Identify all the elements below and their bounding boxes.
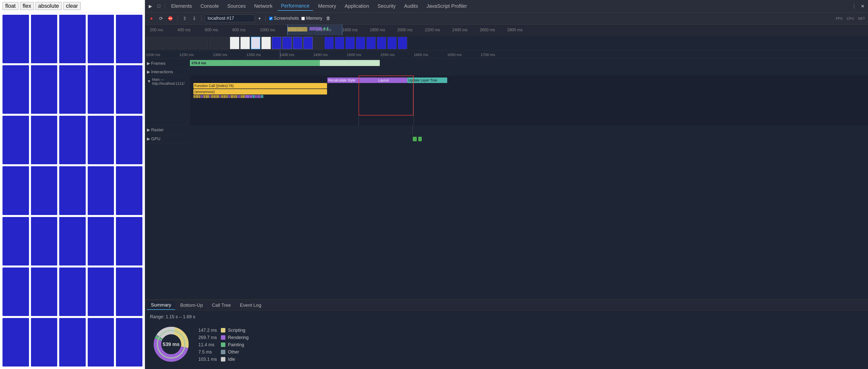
tick-800: 800 ms <box>232 28 245 32</box>
filmstrip-frame <box>335 37 344 49</box>
main-content: Function Call ((index):76) (anonymous) R… <box>190 76 868 125</box>
close-icon[interactable]: ✕ <box>859 3 866 10</box>
scripting-label: Scripting <box>228 328 245 333</box>
gpu-rect-1 <box>413 137 417 141</box>
screenshots-checkbox[interactable]: Screenshots <box>269 16 299 21</box>
list-item <box>88 217 114 265</box>
net-label: NET <box>858 17 865 21</box>
tick-200: 200 ms <box>150 28 163 32</box>
filmstrip-frame <box>345 37 355 49</box>
upload-icon[interactable]: ⇧ <box>181 15 188 22</box>
interactions-label-text: Interactions <box>151 69 173 75</box>
memory-checkbox[interactable]: Memory <box>301 16 322 21</box>
tab-summary[interactable]: Summary <box>147 301 175 310</box>
flex-button[interactable]: flex <box>20 2 34 10</box>
tick-1800: 1800 ms <box>370 28 385 32</box>
layout-bar: Layout <box>377 78 407 83</box>
idle-dot <box>221 357 225 362</box>
list-item <box>116 65 143 114</box>
expand-icon-gpu[interactable]: ▶ <box>147 136 150 142</box>
recalculate-style-bar: Recalculate Style <box>327 78 377 83</box>
download-icon[interactable]: ⇩ <box>191 15 198 22</box>
tab-performance[interactable]: Performance <box>278 1 313 11</box>
expand-icon-main[interactable]: ▼ <box>147 79 151 84</box>
inspect-icon[interactable]: □ <box>155 3 162 10</box>
filmstrip-frame-white <box>240 37 250 49</box>
tab-call-tree[interactable]: Call Tree <box>208 301 235 310</box>
selection-highlight <box>287 25 342 35</box>
main-label[interactable]: ▼ Main — http://localhost:1111/ <box>145 76 190 85</box>
zoom-ruler: 1200 ms 1250 ms 1300 ms 1350 ms 1400 ms … <box>145 51 868 58</box>
scripting-value: 147.2 ms <box>198 328 218 333</box>
list-item <box>2 116 29 164</box>
zoom-cursor <box>280 51 280 58</box>
gpu-track: ▶ GPU <box>145 135 868 143</box>
url-input[interactable] <box>205 15 255 22</box>
filmstrip-frame <box>356 37 365 49</box>
scripting-dot <box>221 328 225 333</box>
frames-label[interactable]: ▶ Frames <box>145 61 190 66</box>
grid-area <box>0 12 145 369</box>
filmstrip-frame <box>314 37 323 49</box>
tab-audits[interactable]: Audits <box>401 2 422 10</box>
tick-1600: 1600 ms <box>342 28 358 32</box>
list-item <box>31 116 58 164</box>
cpu-label: CPU <box>846 17 854 21</box>
tab-security[interactable]: Security <box>374 2 399 10</box>
expand-icon[interactable]: ▶ <box>147 61 150 66</box>
reload-icon[interactable]: ⟳ <box>157 15 164 22</box>
list-item <box>31 15 58 63</box>
more-icon[interactable]: ⋮ <box>850 3 858 10</box>
ztick-1600: 1600 ms <box>414 52 428 57</box>
list-item <box>88 116 114 164</box>
float-button[interactable]: float <box>2 2 19 10</box>
tab-console[interactable]: Console <box>197 2 222 10</box>
small-bars-area <box>193 95 327 108</box>
filmstrip-frame-white <box>272 37 281 49</box>
raster-vline <box>412 125 412 135</box>
ztick-1250: 1250 ms <box>179 52 194 57</box>
ztick-1450: 1450 ms <box>313 52 328 57</box>
filmstrip-frame-white <box>303 37 313 49</box>
list-item <box>31 217 58 265</box>
tab-application[interactable]: Application <box>341 2 373 10</box>
tab-sources[interactable]: Sources <box>224 2 249 10</box>
ztick-1650: 1650 ms <box>447 52 462 57</box>
absolute-button[interactable]: absolute <box>35 2 62 10</box>
trash-icon[interactable]: 🗑 <box>325 15 332 22</box>
filmstrip-frame-highlight <box>251 37 260 49</box>
rendering-value: 269.7 ms <box>198 335 218 340</box>
interactions-label[interactable]: ▶ Interactions <box>145 69 190 75</box>
legend-other: 7.5 ms Other <box>198 349 249 355</box>
list-item <box>116 217 143 265</box>
expand-icon-raster[interactable]: ▶ <box>147 127 150 133</box>
tick-2800: 2800 ms <box>507 28 522 32</box>
ztick-1400: 1400 ms <box>280 52 294 57</box>
record-icon[interactable]: ● <box>148 15 155 22</box>
clear-button[interactable]: clear <box>63 2 81 10</box>
clear-icon[interactable]: ⛔ <box>167 15 174 22</box>
tab-js-profiler[interactable]: JavaScript Profiler <box>423 2 470 10</box>
list-item <box>59 116 86 164</box>
gpu-label[interactable]: ▶ GPU <box>145 136 190 142</box>
interactions-content <box>190 68 868 76</box>
tab-event-log[interactable]: Event Log <box>236 301 265 310</box>
list-item <box>88 267 114 316</box>
tab-bottom-up[interactable]: Bottom-Up <box>176 301 207 310</box>
filmstrip-frame <box>167 37 177 49</box>
tab-network[interactable]: Network <box>251 2 276 10</box>
raster-label[interactable]: ▶ Raster <box>145 127 190 133</box>
ztick-1700: 1700 ms <box>481 52 495 57</box>
tracks-area[interactable]: ▶ Frames 378.8 ms ▶ Interactions <box>145 58 868 299</box>
main-track: ▼ Main — http://localhost:1111/ Function… <box>145 76 868 125</box>
ztick-1200: 1200 ms <box>146 52 160 57</box>
list-item <box>116 116 143 164</box>
filmstrip-frame <box>156 37 166 49</box>
cursor-icon[interactable]: ▶ <box>147 3 154 10</box>
tab-memory[interactable]: Memory <box>315 2 340 10</box>
filmstrip-frame <box>387 37 397 49</box>
gpu-rect-2 <box>418 137 422 141</box>
tab-elements[interactable]: Elements <box>168 2 195 10</box>
expand-icon-interactions[interactable]: ▶ <box>147 69 150 75</box>
separator <box>265 16 266 22</box>
